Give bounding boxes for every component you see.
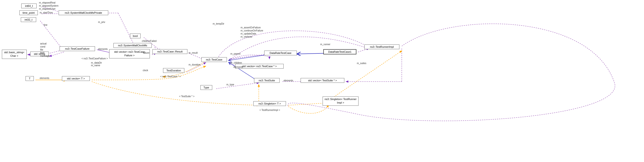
label-line: line bbox=[44, 24, 48, 26]
node-time_point: time_point bbox=[20, 10, 38, 15]
svg-line-6 bbox=[118, 13, 135, 46]
label-m-duration: m_duration bbox=[188, 64, 200, 66]
node-TestCaseResult: ns3::TestCase::Result bbox=[152, 49, 188, 54]
node-Singleton-T: ns3::Singleton< T > bbox=[253, 101, 286, 106]
label-failure: failure bbox=[143, 52, 149, 54]
label-m-tempDir: m_tempDir bbox=[213, 22, 224, 25]
node-TestSuite: ns3::TestSuite bbox=[254, 78, 280, 83]
label-elements-tc: elements bbox=[234, 66, 243, 68]
node-vec-T: std::vector< T > bbox=[62, 76, 90, 81]
node-bool: bool bbox=[130, 34, 140, 38]
node-int32_t: int32_t bbox=[21, 17, 36, 22]
label-dataDir-name: m_dataDirm_name bbox=[91, 62, 102, 67]
label-ns3-testcase: < ns3::TestCase * > bbox=[160, 75, 181, 78]
label-elements-t: elements bbox=[40, 77, 50, 80]
svg-line-15 bbox=[229, 54, 270, 60]
label-ns3-TestCaseFailure: < ns3::TestCaseFailure > bbox=[82, 57, 108, 60]
label-m-runner: m_runner bbox=[320, 43, 330, 46]
node-TestDuration: TestDuration bbox=[163, 68, 184, 73]
label-testRunnerImpl: < TestRunnerImpl > bbox=[260, 109, 280, 112]
label-m-type: m_type bbox=[226, 83, 234, 86]
label-m-children: m_children bbox=[230, 62, 242, 64]
node-std-basic-string: std::basic_string<Char > bbox=[2, 50, 27, 59]
label-m-result: m_result bbox=[188, 52, 198, 54]
label-childrenFailed: childrenFailed bbox=[142, 40, 156, 42]
node-DataRateTestCase1: DataRateTestCase1 bbox=[323, 49, 356, 54]
node-SystemWallClockMsPrivate: ns3::SystemWallClockMsPrivate bbox=[58, 10, 108, 15]
label-m-parent: m_parent bbox=[230, 52, 240, 55]
svg-line-27 bbox=[50, 52, 64, 56]
label-m-suites: m_suites bbox=[357, 62, 366, 64]
node-vec-TestSuite: std::vector< TestSuite * > bbox=[300, 78, 344, 83]
label-elements-vec: elements bbox=[98, 48, 108, 50]
diagram-container: int64_t time_point int32_t ns3::SystemWa… bbox=[0, 0, 644, 162]
node-DataRateTestCase: DataRateTestCase bbox=[264, 50, 297, 55]
label-testSuite: < TestSuite * > bbox=[179, 95, 194, 98]
node-SystemWallClockMs: ns3::SystemWallClockMs bbox=[114, 43, 152, 48]
node-TestRunnerImpl: ns3::TestRunnerImpl bbox=[364, 44, 400, 49]
label-startTime: m_startTime bbox=[40, 11, 53, 14]
label-clock: clock bbox=[143, 69, 148, 72]
svg-line-24 bbox=[328, 51, 402, 100]
node-int64_t: int64_t bbox=[21, 4, 37, 8]
label-m-priv: m_priv bbox=[98, 21, 105, 24]
label-actual-cond: actualcondfilelimitmessage bbox=[40, 42, 50, 58]
node-Singleton-TestRunnerImpl: ns3::Singleton< TestRunnerImpl > bbox=[322, 96, 358, 106]
label-elements-ts: elements bbox=[284, 79, 293, 82]
label-assert-group: m_assertOnFailurem_continueOnFailurem_up… bbox=[240, 26, 263, 38]
node-TestCase: ns3::TestCase bbox=[201, 57, 227, 62]
node-Type: Type bbox=[200, 85, 212, 90]
node-TestCaseFailure: ns3::TestCaseFailure bbox=[60, 46, 95, 51]
label-elapsed: m_elapsedRealm_elapsedSystemm_elapsedUse… bbox=[39, 1, 58, 10]
svg-line-22 bbox=[216, 83, 259, 89]
node-T: T bbox=[26, 76, 34, 81]
